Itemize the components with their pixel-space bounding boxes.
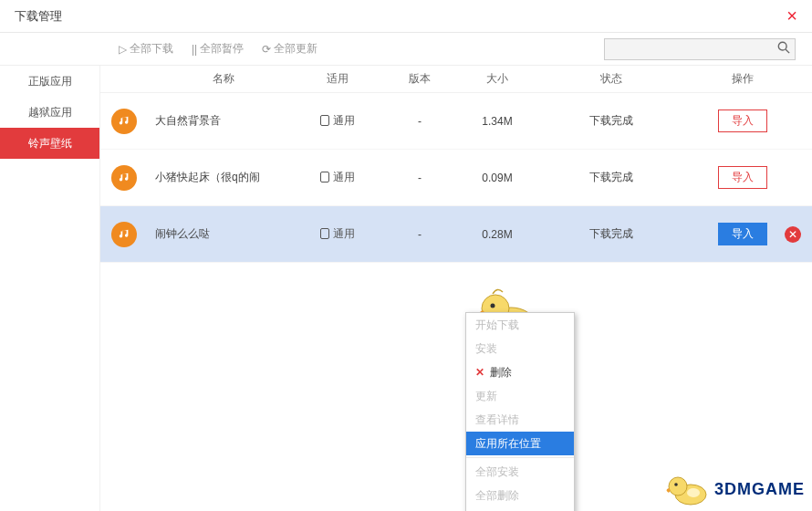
window-title: 下载管理	[15, 8, 62, 25]
ctx-update-all: 全部更新	[466, 507, 574, 511]
ringtone-icon	[111, 165, 137, 191]
row-name: 闹钟么么哒	[155, 226, 292, 242]
ringtone-icon	[111, 109, 137, 134]
compat-badge: 通用	[320, 170, 355, 185]
import-button[interactable]: 导入	[718, 110, 767, 132]
ctx-delete[interactable]: ✕删除	[466, 360, 574, 384]
separator	[466, 457, 574, 458]
play-icon: ▷	[119, 43, 127, 56]
search-box[interactable]	[604, 38, 796, 60]
close-icon[interactable]: ×	[786, 5, 797, 26]
row-size: 0.28M	[456, 228, 538, 241]
ctx-install: 安装	[466, 337, 574, 360]
ctx-details: 查看详情	[466, 408, 574, 432]
close-icon: ✕	[475, 366, 484, 379]
device-icon	[320, 115, 329, 126]
row-name: 大自然背景音	[155, 113, 292, 129]
svg-point-5	[491, 304, 495, 308]
compat-badge: 通用	[320, 113, 355, 129]
row-version: -	[383, 115, 456, 128]
titlebar: 下载管理 ×	[0, 0, 812, 33]
ctx-update: 更新	[466, 384, 574, 408]
col-status: 状态	[538, 71, 684, 87]
svg-point-7	[669, 477, 687, 495]
delete-icon[interactable]: ✕	[785, 226, 801, 243]
download-all-button[interactable]: ▷ 全部下载	[119, 41, 173, 57]
ringtone-icon	[111, 222, 137, 247]
row-status: 下载完成	[538, 170, 684, 185]
table-row[interactable]: 大自然背景音 通用 - 1.34M 下载完成 导入	[100, 93, 812, 150]
svg-point-9	[674, 483, 678, 486]
col-compat: 适用	[292, 71, 383, 87]
row-status: 下载完成	[538, 113, 684, 129]
duck-icon	[661, 473, 709, 506]
toolbar: ▷ 全部下载 || 全部暂停 ⟳ 全部更新	[0, 33, 812, 66]
import-button[interactable]: 导入	[718, 223, 767, 245]
row-size: 1.34M	[456, 115, 538, 128]
compat-badge: 通用	[320, 226, 355, 242]
ctx-delete-all: 全部删除	[466, 484, 574, 507]
sidebar: 正版应用 越狱应用 铃声壁纸	[0, 66, 100, 511]
table-header: 名称 适用 版本 大小 状态 操作	[100, 66, 812, 93]
svg-point-0	[778, 42, 786, 50]
main: 正版应用 越狱应用 铃声壁纸 名称 适用 版本 大小 状态 操作 大自然背景音 …	[0, 66, 812, 511]
ctx-start-download: 开始下载	[466, 313, 574, 337]
update-all-button[interactable]: ⟳ 全部更新	[262, 41, 318, 57]
sidebar-item-jailbreak[interactable]: 越狱应用	[0, 97, 99, 128]
pause-all-button[interactable]: || 全部暂停	[192, 41, 244, 57]
device-icon	[320, 228, 329, 239]
row-size: 0.09M	[456, 172, 538, 184]
col-version: 版本	[383, 71, 456, 87]
pause-icon: ||	[192, 43, 197, 56]
sidebar-item-ringtone[interactable]: 铃声壁纸	[0, 128, 99, 159]
ctx-install-all: 全部安装	[466, 460, 574, 484]
table-row[interactable]: 闹钟么么哒 通用 - 0.28M 下载完成 导入 ✕	[100, 206, 812, 263]
search-icon[interactable]	[773, 41, 795, 57]
watermark-text: 3DMGAME	[714, 480, 805, 499]
device-icon	[320, 172, 329, 182]
col-name: 名称	[155, 71, 292, 87]
row-version: -	[383, 172, 456, 184]
svg-line-1	[786, 49, 789, 53]
content: 名称 适用 版本 大小 状态 操作 大自然背景音 通用 - 1.34M 下载完成…	[100, 66, 812, 511]
refresh-icon: ⟳	[262, 43, 271, 56]
sidebar-item-official[interactable]: 正版应用	[0, 66, 99, 97]
ctx-open-location[interactable]: 应用所在位置	[466, 432, 574, 455]
row-status: 下载完成	[538, 226, 684, 242]
context-menu: 开始下载 安装 ✕删除 更新 查看详情 应用所在位置 全部安装 全部删除 全部更…	[465, 312, 575, 511]
import-button[interactable]: 导入	[718, 166, 767, 189]
svg-point-8	[687, 488, 700, 497]
col-action: 操作	[684, 71, 801, 87]
table-row[interactable]: 小猪快起床（很q的闹 通用 - 0.09M 下载完成 导入	[100, 150, 812, 206]
row-version: -	[383, 228, 456, 241]
col-size: 大小	[456, 71, 538, 87]
search-input[interactable]	[605, 43, 773, 56]
watermark: 3DMGAME	[661, 473, 805, 506]
row-name: 小猪快起床（很q的闹	[155, 170, 292, 185]
